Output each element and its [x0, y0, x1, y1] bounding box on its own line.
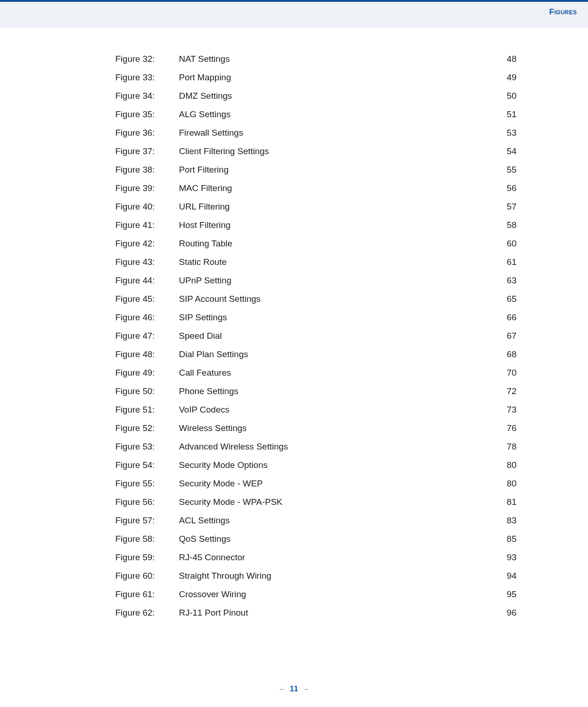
- figure-label: Figure 55:: [115, 479, 179, 488]
- figure-label: Figure 43:: [115, 258, 179, 266]
- figure-entry[interactable]: Figure 37:Client Filtering Settings54: [115, 142, 517, 161]
- figure-page: 61: [498, 258, 517, 266]
- figure-entry[interactable]: Figure 39:MAC Filtering56: [115, 179, 517, 198]
- figure-entry[interactable]: Figure 36:Firewall Settings53: [115, 124, 517, 142]
- figure-page: 76: [498, 424, 517, 432]
- figure-title: Speed Dial: [179, 331, 498, 340]
- page-number: 11: [290, 685, 298, 693]
- figure-title: Port Filtering: [179, 165, 498, 174]
- figure-label: Figure 34:: [115, 91, 179, 100]
- figure-page: 68: [498, 350, 517, 359]
- document-page: { "header": { "section_title": "Figures"…: [0, 0, 588, 707]
- figure-title: ACL Settings: [179, 516, 498, 525]
- figure-page: 81: [498, 497, 517, 506]
- figure-page: 66: [498, 313, 517, 322]
- figure-entry[interactable]: Figure 54:Security Mode Options80: [115, 456, 517, 474]
- figure-label: Figure 59:: [115, 553, 179, 562]
- figure-page: 60: [498, 239, 517, 248]
- figure-label: Figure 42:: [115, 239, 179, 248]
- figure-entry[interactable]: Figure 51:VoIP Codecs73: [115, 401, 517, 419]
- figure-page: 56: [498, 184, 517, 192]
- figure-label: Figure 32:: [115, 54, 179, 63]
- figure-title: RJ-45 Connector: [179, 553, 498, 562]
- figure-entry[interactable]: Figure 40:URL Filtering57: [115, 198, 517, 216]
- figure-entry[interactable]: Figure 62:RJ-11 Port Pinout96: [115, 604, 517, 622]
- figure-label: Figure 41:: [115, 221, 179, 229]
- section-title: Figures: [549, 7, 577, 17]
- figure-title: Crossover Wiring: [179, 590, 498, 599]
- figure-label: Figure 33:: [115, 73, 179, 82]
- figure-page: 73: [498, 405, 517, 414]
- figure-title: MAC Filtering: [179, 184, 498, 192]
- figure-title: Wireless Settings: [179, 424, 498, 432]
- figure-page: 78: [498, 442, 517, 451]
- figure-page: 80: [498, 461, 517, 469]
- figure-entry[interactable]: Figure 59:RJ-45 Connector93: [115, 548, 517, 567]
- figure-page: 65: [498, 294, 517, 303]
- figure-entry[interactable]: Figure 53:Advanced Wireless Settings78: [115, 437, 517, 456]
- figure-entry[interactable]: Figure 33:Port Mapping49: [115, 68, 517, 87]
- figure-entry[interactable]: Figure 47:Speed Dial67: [115, 327, 517, 345]
- figure-entry[interactable]: Figure 32:NAT Settings48: [115, 50, 517, 68]
- figure-title: SIP Settings: [179, 313, 498, 322]
- figure-label: Figure 61:: [115, 590, 179, 599]
- figure-entry[interactable]: Figure 46:SIP Settings66: [115, 308, 517, 327]
- figure-entry[interactable]: Figure 34:DMZ Settings50: [115, 87, 517, 105]
- figure-page: 67: [498, 331, 517, 340]
- figure-page: 55: [498, 165, 517, 174]
- figure-label: Figure 57:: [115, 516, 179, 525]
- figure-page: 70: [498, 368, 517, 377]
- figure-entry[interactable]: Figure 50:Phone Settings72: [115, 382, 517, 401]
- figure-title: NAT Settings: [179, 54, 498, 63]
- figure-label: Figure 50:: [115, 387, 179, 395]
- footer-dash-right: –: [304, 685, 309, 693]
- figure-entry[interactable]: Figure 61:Crossover Wiring95: [115, 585, 517, 604]
- figure-title: DMZ Settings: [179, 91, 498, 100]
- figure-entry[interactable]: Figure 58:QoS Settings85: [115, 530, 517, 548]
- figure-page: 96: [498, 608, 517, 617]
- figure-label: Figure 60:: [115, 571, 179, 580]
- figure-title: RJ-11 Port Pinout: [179, 608, 498, 617]
- figure-label: Figure 39:: [115, 184, 179, 192]
- figure-entry[interactable]: Figure 60:Straight Through Wiring94: [115, 567, 517, 585]
- page-header: Figures: [0, 2, 588, 28]
- figure-entry[interactable]: Figure 57:ACL Settings83: [115, 511, 517, 530]
- figure-page: 94: [498, 571, 517, 580]
- figure-title: Host Filtering: [179, 221, 498, 229]
- figure-title: QoS Settings: [179, 534, 498, 543]
- figure-label: Figure 47:: [115, 331, 179, 340]
- figure-label: Figure 46:: [115, 313, 179, 322]
- figure-entry[interactable]: Figure 41:Host Filtering58: [115, 216, 517, 234]
- figure-title: Security Mode Options: [179, 461, 498, 469]
- figure-label: Figure 53:: [115, 442, 179, 451]
- page-footer: – 11 –: [0, 685, 588, 693]
- figure-page: 85: [498, 534, 517, 543]
- figure-label: Figure 36:: [115, 128, 179, 137]
- figure-page: 54: [498, 147, 517, 156]
- figure-title: Routing Table: [179, 239, 498, 248]
- figure-title: URL Filtering: [179, 202, 498, 211]
- figure-entry[interactable]: Figure 52:Wireless Settings76: [115, 419, 517, 437]
- figure-entry[interactable]: Figure 45:SIP Account Settings65: [115, 290, 517, 308]
- figure-entry[interactable]: Figure 42:Routing Table60: [115, 234, 517, 253]
- figure-title: SIP Account Settings: [179, 294, 498, 303]
- figure-entry[interactable]: Figure 38:Port Filtering55: [115, 161, 517, 179]
- figure-label: Figure 54:: [115, 461, 179, 469]
- figure-label: Figure 38:: [115, 165, 179, 174]
- figure-title: Advanced Wireless Settings: [179, 442, 498, 451]
- figure-title: Security Mode - WEP: [179, 479, 498, 488]
- figure-entry[interactable]: Figure 56:Security Mode - WPA-PSK81: [115, 493, 517, 511]
- figure-entry[interactable]: Figure 44:UPnP Setting63: [115, 271, 517, 290]
- figure-title: ALG Settings: [179, 110, 498, 119]
- figure-entry[interactable]: Figure 35:ALG Settings51: [115, 105, 517, 124]
- figure-title: Security Mode - WPA-PSK: [179, 497, 498, 506]
- figure-title: Port Mapping: [179, 73, 498, 82]
- figure-entry[interactable]: Figure 49:Call Features70: [115, 364, 517, 382]
- figure-entry[interactable]: Figure 48:Dial Plan Settings68: [115, 345, 517, 364]
- figure-entry[interactable]: Figure 55:Security Mode - WEP80: [115, 474, 517, 493]
- figure-entry[interactable]: Figure 43:Static Route61: [115, 253, 517, 271]
- figure-label: Figure 51:: [115, 405, 179, 414]
- figure-label: Figure 52:: [115, 424, 179, 432]
- figure-page: 63: [498, 276, 517, 285]
- figure-label: Figure 58:: [115, 534, 179, 543]
